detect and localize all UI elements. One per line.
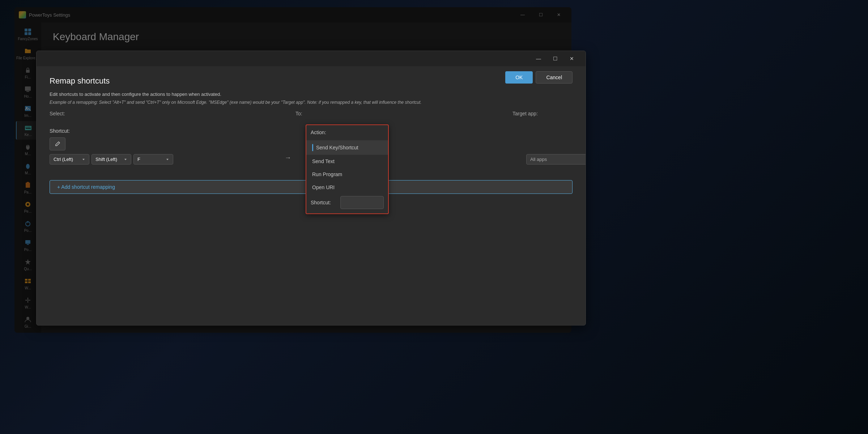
dialog-heading: Remap shortcuts (50, 76, 573, 86)
dialog-ok-cancel-group: OK Cancel (505, 71, 573, 84)
action-row: Action: (306, 127, 388, 137)
send-key-label: Send Key/Shortcut (316, 145, 358, 150)
shift-key-value: Shift (Left) (95, 157, 117, 162)
dialog-titlebar: — ☐ ✕ (37, 51, 586, 66)
columns-header: Select: To: Target app: (50, 111, 573, 119)
desktop: PowerToys Settings — ☐ ✕ FancyZones (0, 0, 868, 434)
dialog-controls: — ☐ ✕ (531, 53, 580, 64)
dialog-minimize-button[interactable]: — (531, 53, 546, 64)
shortcut-select-section: Shortcut: Ctrl (Left) (50, 128, 281, 165)
arrow-icon: → (285, 154, 291, 162)
action-run-program[interactable]: Run Program (306, 168, 388, 181)
instruction-text: Edit shortcuts to activate and then conf… (50, 92, 573, 97)
dialog-body: Remap shortcuts OK Cancel Edit shortcuts… (37, 66, 586, 325)
action-label: Action: (311, 129, 336, 135)
shortcut-label2: Shortcut: (311, 200, 336, 205)
send-text-label: Send Text (312, 158, 335, 164)
example-text: Example of a remapping: Select "Alt+T" a… (50, 100, 573, 105)
shortcut-input[interactable] (340, 196, 384, 209)
ctrl-key-value: Ctrl (Left) (54, 157, 73, 162)
selected-indicator (312, 144, 313, 151)
f-key-dropdown[interactable]: F (133, 154, 173, 165)
target-column-header: Target app: (512, 111, 573, 116)
target-app-input[interactable] (526, 154, 586, 165)
f-key-value: F (137, 157, 140, 162)
edit-shortcut-button[interactable] (50, 137, 65, 150)
select-column-header: Select: (50, 111, 281, 116)
remap-shortcuts-dialog: — ☐ ✕ Remap shortcuts OK Cancel Edit sho… (36, 51, 586, 326)
cancel-button[interactable]: Cancel (536, 71, 573, 84)
action-send-key[interactable]: Send Key/Shortcut (306, 140, 388, 155)
to-column-header: To: (295, 111, 498, 116)
ctrl-key-dropdown[interactable]: Ctrl (Left) (50, 154, 89, 165)
open-uri-label: Open URI (312, 184, 335, 190)
shortcut-keys-group: Ctrl (Left) Shift (Left) F (50, 154, 281, 165)
shortcut-row: Shortcut: Ctrl (Left) (50, 128, 573, 166)
action-send-text[interactable]: Send Text (306, 155, 388, 168)
target-app-column (526, 128, 586, 166)
shortcut-left-label: Shortcut: (50, 128, 281, 134)
run-program-label: Run Program (312, 171, 342, 177)
shortcut-row2: Shortcut: (306, 194, 388, 211)
dialog-close-button[interactable]: ✕ (564, 53, 580, 64)
action-menu: Action: Send Key/Shortcut Send Text Run … (306, 124, 389, 214)
action-open-uri[interactable]: Open URI (306, 181, 388, 194)
shift-key-dropdown[interactable]: Shift (Left) (92, 154, 131, 165)
ok-button[interactable]: OK (505, 71, 533, 84)
dialog-maximize-button[interactable]: ☐ (547, 53, 563, 64)
